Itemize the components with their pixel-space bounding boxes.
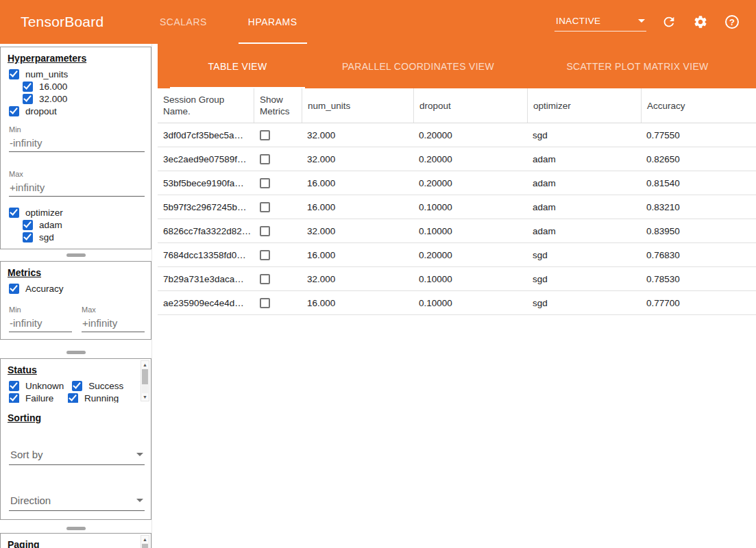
scrollbar-thumb[interactable] — [142, 544, 148, 548]
paging-section: Paging Number of matching session groups… — [0, 533, 151, 548]
optimizer-cell: adam — [527, 178, 641, 188]
checkbox-optimizer-sgd[interactable]: sgd — [1, 231, 151, 243]
session-group-name-cell: 5b97f3c2967245b… — [158, 202, 254, 212]
tab-parallel-coordinates-view[interactable]: PARALLEL COORDINATES VIEW — [305, 44, 531, 88]
table-body: 3df0d7cf35bec5a… 32.000 0.20000 sgd 0.77… — [158, 123, 756, 315]
direction-select[interactable]: Direction — [9, 493, 145, 511]
tab-table-view[interactable]: TABLE VIEW — [170, 44, 305, 88]
refresh-icon — [661, 14, 676, 29]
dropout-cell: 0.10000 — [413, 274, 527, 284]
scrollbar-track[interactable] — [142, 543, 148, 548]
resize-handle[interactable] — [66, 527, 86, 530]
show-metrics-checkbox[interactable] — [260, 226, 270, 236]
scrollbar-track[interactable] — [142, 369, 148, 393]
tab-hparams[interactable]: HPARAMS — [228, 0, 318, 44]
checkbox-status-success[interactable]: Success — [64, 379, 123, 392]
show-metrics-checkbox[interactable] — [260, 202, 270, 212]
optimizer-cell: adam — [527, 202, 641, 212]
checkbox-status-failure[interactable]: Failure — [1, 392, 60, 403]
checkbox-optimizer-adam[interactable]: adam — [1, 219, 151, 231]
accuracy-cell: 0.78530 — [641, 274, 756, 284]
num-units-cell: 32.000 — [302, 274, 413, 284]
sidebar: Hyperparameters num_units 16.000 32.000 … — [0, 44, 152, 548]
show-metrics-checkbox[interactable] — [260, 178, 270, 188]
dropout-cell: 0.10000 — [413, 226, 527, 236]
checkbox-num-units-16[interactable]: 16.000 — [1, 80, 151, 92]
checkbox-optimizer[interactable]: optimizer — [1, 206, 151, 219]
dropout-cell: 0.10000 — [413, 298, 527, 308]
sort-by-select[interactable]: Sort by — [9, 447, 145, 465]
optimizer-cell: adam — [527, 226, 641, 236]
table-row: 53bf5bece9190fa… 16.000 0.20000 adam 0.8… — [158, 171, 756, 195]
scrollbar-thumb[interactable] — [142, 369, 148, 384]
checkbox-status-unknown[interactable]: Unknown — [1, 379, 64, 392]
checkbox-accuracy[interactable]: Accuracy — [1, 282, 151, 295]
session-group-name-cell: 6826cc7fa3322d82… — [158, 226, 254, 236]
checked-checkbox-icon — [9, 106, 19, 116]
show-metrics-cell — [254, 274, 302, 284]
status-sorting-section: Status Unknown Success Failure Running — [0, 358, 151, 520]
checked-checkbox-icon — [9, 381, 19, 391]
optimizer-cell: sgd — [527, 130, 641, 140]
scroll-up-icon[interactable]: ▲ — [143, 361, 147, 369]
checkbox-label: 16.000 — [39, 82, 67, 92]
show-metrics-checkbox[interactable] — [260, 274, 270, 284]
dropout-cell: 0.10000 — [413, 202, 527, 212]
table-row: 6826cc7fa3322d82… 32.000 0.10000 adam 0.… — [158, 219, 756, 243]
session-group-name-cell: ae235909ec4e4d… — [158, 298, 254, 308]
checked-checkbox-icon — [23, 82, 33, 92]
accuracy-cell: 0.76830 — [641, 250, 756, 260]
checkbox-dropout[interactable]: dropout — [1, 105, 151, 117]
accuracy-cell: 0.82650 — [641, 154, 756, 164]
checkbox-num-units-32[interactable]: 32.000 — [1, 92, 151, 105]
tab-scatter-plot-matrix-view[interactable]: SCATTER PLOT MATRIX VIEW — [531, 44, 744, 88]
resize-handle[interactable] — [66, 351, 86, 354]
dropdown-arrow-icon — [136, 499, 143, 502]
num-units-cell: 32.000 — [302, 154, 413, 164]
checkbox-label: Failure — [25, 393, 53, 403]
optimizer-cell: sgd — [527, 250, 641, 260]
metric-min-input[interactable]: -infinity — [9, 315, 72, 332]
help-button[interactable]: ? — [723, 13, 741, 31]
checked-checkbox-icon — [9, 284, 19, 294]
hyperparameters-heading: Hyperparameters — [8, 53, 144, 64]
settings-button[interactable] — [692, 13, 709, 31]
scroll-down-icon[interactable]: ▼ — [143, 393, 147, 401]
show-metrics-checkbox[interactable] — [260, 250, 270, 260]
checkbox-num-units[interactable]: num_units — [1, 68, 151, 80]
run-status-value: INACTIVE — [556, 16, 600, 26]
tab-scalars[interactable]: SCALARS — [139, 0, 228, 44]
hparam-min-input[interactable]: -infinity — [9, 135, 145, 152]
table-row: 7b29a731e3daca… 32.000 0.10000 sgd 0.785… — [158, 267, 756, 291]
show-metrics-checkbox[interactable] — [260, 130, 270, 140]
checked-checkbox-icon — [23, 232, 33, 242]
dropout-cell: 0.20000 — [413, 154, 527, 164]
scrollbar[interactable]: ▲ ▼ — [141, 360, 149, 401]
scrollbar[interactable]: ▲ — [141, 535, 149, 548]
resize-handle[interactable] — [66, 253, 86, 257]
column-header-session-group-name: Session Group Name. — [158, 88, 254, 123]
show-metrics-checkbox[interactable] — [260, 154, 270, 164]
show-metrics-cell — [254, 250, 302, 260]
hparam-max-input[interactable]: +infinity — [9, 179, 145, 197]
column-header-optimizer: optimizer — [527, 88, 641, 123]
column-header-accuracy: Accuracy — [641, 88, 756, 123]
checkbox-status-running[interactable]: Running — [60, 392, 119, 403]
num-units-cell: 16.000 — [302, 250, 413, 260]
refresh-button[interactable] — [660, 13, 678, 31]
scroll-up-icon[interactable]: ▲ — [143, 536, 147, 543]
show-metrics-cell — [254, 178, 302, 188]
table-header-row: Session Group Name. Show Metrics num_uni… — [158, 88, 756, 123]
session-group-name-cell: 7684dcc13358fd0… — [158, 250, 254, 260]
app-header: TensorBoard SCALARS HPARAMS INACTIVE ? — [0, 0, 756, 44]
metric-max-input[interactable]: +infinity — [82, 315, 145, 332]
checked-checkbox-icon — [23, 220, 33, 230]
checkbox-label: sgd — [39, 232, 54, 242]
column-header-num-units: num_units — [302, 88, 413, 123]
max-label: Max — [9, 170, 143, 178]
optimizer-cell: sgd — [527, 274, 641, 284]
num-units-cell: 16.000 — [302, 178, 413, 188]
run-status-dropdown[interactable]: INACTIVE — [554, 13, 646, 32]
show-metrics-checkbox[interactable] — [260, 298, 270, 308]
paging-heading: Paging — [8, 539, 144, 548]
